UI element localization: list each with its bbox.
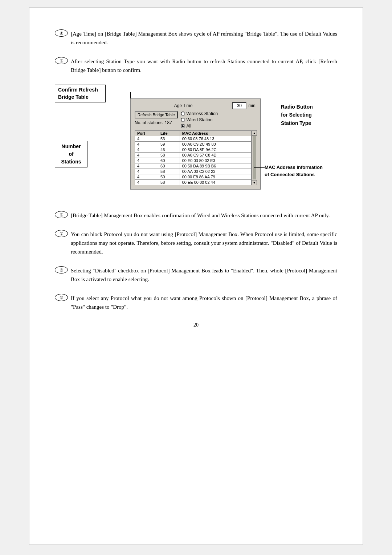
table-row: 46000 50 DA 89 9B B6	[135, 163, 252, 169]
item-num-6: ⑥	[55, 211, 68, 218]
radio-all[interactable]: All	[181, 123, 218, 129]
table-cell: 4	[135, 180, 158, 185]
item-text-9: If you select any Protocol what you do n…	[71, 294, 337, 311]
list-item-7: ⑦ You can block Protocol you do not want…	[55, 230, 337, 256]
table-cell: 00 60 08 76 48 13	[180, 136, 251, 142]
radio-all-dot	[181, 124, 185, 128]
confirm-refresh-callout: Confirm Refresh Bridge Table	[55, 85, 106, 102]
item-text-7: You can block Protocol you do not want u…	[71, 230, 337, 256]
list-item-8: ⑧ Selecting "Disabled" checkbox on [Prot…	[55, 266, 337, 284]
table-row: 45800 AA 00 C2 02 23	[135, 169, 252, 174]
radio-wired[interactable]: Wired Station	[181, 117, 218, 122]
scroll-down-arrow[interactable]: ▼	[252, 180, 257, 185]
table-cell: 58	[158, 153, 180, 158]
table-row: 45800 EE 00 00 02 44	[135, 180, 252, 185]
table-cell: 4	[135, 142, 158, 147]
item-num-5: ⑤	[55, 57, 68, 64]
connector-radio-h	[263, 114, 281, 114]
table-cell: 60	[158, 158, 180, 163]
mac-address-callout: MAC Address Information of Connected Sta…	[265, 164, 337, 178]
diagram: Confirm Refresh Bridge Table Age Time mi…	[55, 85, 337, 201]
no-stations-row: No. of stations 187	[135, 120, 178, 125]
table-cell: 4	[135, 147, 158, 153]
list-item-5: ⑤ After selecting Station Type you want …	[55, 57, 337, 74]
number-of-stations-callout: Number of Stations	[55, 141, 87, 167]
table-cell: 4	[135, 153, 158, 158]
no-stations-value: 187	[165, 120, 172, 125]
table-cell: 4	[135, 158, 158, 163]
table-cell: 4	[135, 163, 158, 169]
radio-wired-label: Wired Station	[187, 117, 213, 122]
table-cell: 00 AA 00 C2 02 23	[180, 169, 251, 174]
station-table: Port Life MAC Address 45300 60 08 76 48 …	[135, 130, 252, 185]
table-cell: 00 50 DA 8E 9A 2C	[180, 147, 251, 153]
age-time-label: Age Time	[135, 103, 232, 108]
page: ④ [Age Time] on [Bridge Table] Managemen…	[29, 7, 363, 545]
connector-confirm-h	[106, 92, 130, 92]
table-cell: 4	[135, 174, 158, 180]
table-cell: 53	[158, 136, 180, 142]
bridge-table-dialog: Age Time min. Refresh Bridge Table No. o…	[130, 98, 261, 190]
table-cell: 59	[158, 142, 180, 147]
item-num-4: ④	[55, 29, 68, 37]
table-cell: 00 00 E8 86 AA 79	[180, 174, 251, 180]
col-life: Life	[158, 131, 180, 136]
table-row: 45300 60 08 76 48 13	[135, 136, 252, 142]
radio-all-label: All	[187, 123, 191, 129]
table-row: 46000 E0 03 80 02 E3	[135, 158, 252, 163]
connector-confirm-v	[130, 92, 131, 98]
station-type-radio-group: Wireless Station Wired Station All	[181, 111, 218, 129]
connector-nos-h	[87, 152, 130, 152]
table-cell: 60	[158, 163, 180, 169]
table-cell: 00 A0 C9 57 C8 4D	[180, 153, 251, 158]
age-time-input[interactable]	[232, 102, 246, 109]
scroll-thumb[interactable]	[253, 136, 256, 179]
age-time-row: Age Time min.	[135, 102, 257, 109]
col-mac: MAC Address	[180, 131, 251, 136]
radio-wireless-dot	[181, 112, 185, 116]
table-cell: 50	[158, 174, 180, 180]
station-table-wrapper: Port Life MAC Address 45300 60 08 76 48 …	[135, 130, 257, 185]
table-cell: 4	[135, 136, 158, 142]
item-num-9: ⑨	[55, 294, 68, 301]
table-cell: 00 EE 00 00 02 44	[180, 180, 251, 185]
table-cell: 00 E0 03 80 02 E3	[180, 158, 251, 163]
table-scrollbar[interactable]: ▲ ▼	[252, 130, 257, 185]
page-number: 20	[55, 322, 337, 328]
item-text-6: [Bridge Table] Management Box enables co…	[71, 211, 337, 220]
connector-mac-h	[254, 167, 265, 168]
item-text-4: [Age Time] on [Bridge Table] Management …	[71, 29, 337, 47]
scroll-up-arrow[interactable]: ▲	[252, 130, 257, 135]
refresh-bridge-table-button[interactable]: Refresh Bridge Table	[135, 111, 178, 118]
list-item-6: ⑥ [Bridge Table] Management Box enables …	[55, 211, 337, 220]
table-cell: 00 50 DA 89 9B B6	[180, 163, 251, 169]
radio-wireless-label: Wireless Station	[187, 111, 218, 116]
col-port: Port	[135, 131, 158, 136]
table-cell: 58	[158, 169, 180, 174]
radio-wireless[interactable]: Wireless Station	[181, 111, 218, 116]
table-row: 45800 A0 C9 57 C8 4D	[135, 153, 252, 158]
table-cell: 4	[135, 169, 158, 174]
radio-wired-dot	[181, 118, 185, 122]
table-row: 44600 50 DA 8E 9A 2C	[135, 147, 252, 153]
table-row: 45900 A0 C9 2C 49 80	[135, 142, 252, 147]
age-time-unit: min.	[248, 103, 257, 108]
item-num-7: ⑦	[55, 230, 68, 237]
item-num-8: ⑧	[55, 266, 68, 274]
table-row: 45000 00 E8 86 AA 79	[135, 174, 252, 180]
refresh-radio-row: Refresh Bridge Table No. of stations 187…	[135, 111, 257, 129]
no-stations-label: No. of stations	[135, 120, 163, 125]
item-text-5: After selecting Station Type you want wi…	[71, 57, 337, 74]
table-cell: 46	[158, 147, 180, 153]
list-item-9: ⑨ If you select any Protocol what you do…	[55, 294, 337, 311]
radio-button-callout: Radio Button for Selecting Station Type	[281, 103, 337, 127]
item-text-8: Selecting "Disabled" checkbox on [Protoc…	[71, 266, 337, 284]
table-cell: 58	[158, 180, 180, 185]
table-cell: 00 A0 C9 2C 49 80	[180, 142, 251, 147]
list-item-4: ④ [Age Time] on [Bridge Table] Managemen…	[55, 29, 337, 47]
